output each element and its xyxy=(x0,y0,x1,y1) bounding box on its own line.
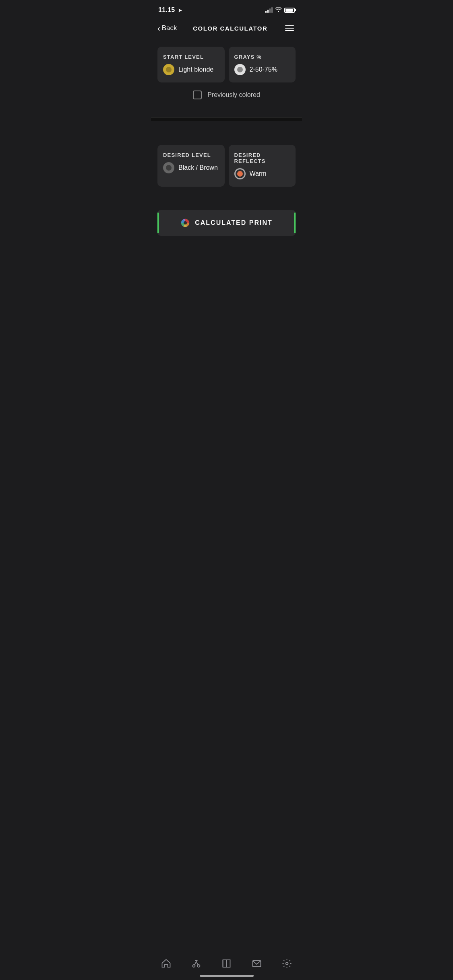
desired-level-dot-inner xyxy=(166,165,172,171)
start-level-card[interactable]: START LEVEL Light blonde xyxy=(157,47,225,82)
desired-reflects-card[interactable]: DESIRED REFLECTS Warm xyxy=(229,145,296,187)
desired-reflects-value-row: Warm xyxy=(234,168,290,179)
grays-dot-inner xyxy=(237,67,243,72)
hamburger-line-1 xyxy=(285,25,294,26)
previously-colored-checkbox[interactable] xyxy=(193,91,202,99)
desired-level-value-row: Black / Brown xyxy=(163,162,219,173)
start-level-dot-inner xyxy=(166,67,172,72)
hamburger-line-2 xyxy=(285,28,294,29)
grays-card[interactable]: GRAYS % 2-50-75% xyxy=(229,47,296,82)
start-cards-row: START LEVEL Light blonde GRAYS % 2-50-75… xyxy=(157,47,296,82)
grays-value: 2-50-75% xyxy=(250,66,277,73)
desired-level-card[interactable]: DESIRED LEVEL Black / Brown xyxy=(157,145,225,187)
desired-cards-row: DESIRED LEVEL Black / Brown DESIRED REFL… xyxy=(157,145,296,187)
start-level-title: START LEVEL xyxy=(163,54,219,60)
desired-reflects-dot-fill xyxy=(237,171,243,177)
menu-button[interactable] xyxy=(283,24,296,33)
desired-reflects-dot xyxy=(234,168,246,179)
grays-value-row: 2-50-75% xyxy=(234,64,290,75)
status-time: 11.15 ➤ xyxy=(158,6,182,14)
desired-reflects-value: Warm xyxy=(250,170,267,177)
back-chevron-icon: ‹ xyxy=(157,24,160,33)
start-level-value-row: Light blonde xyxy=(163,64,219,75)
desired-level-title: DESIRED LEVEL xyxy=(163,152,219,158)
status-bar: 11.15 ➤ xyxy=(151,0,302,18)
start-level-value: Light blonde xyxy=(178,66,213,73)
desired-level-value: Black / Brown xyxy=(178,164,218,171)
start-level-section: START LEVEL Light blonde GRAYS % 2-50-75… xyxy=(151,39,302,117)
status-icons xyxy=(265,7,295,13)
start-level-dot xyxy=(163,64,174,75)
color-wheel-icon xyxy=(180,218,190,228)
previously-colored-row: Previously colored xyxy=(157,82,296,109)
nav-bar: ‹ Back COLOR CALCULATOR xyxy=(151,18,302,39)
back-label: Back xyxy=(162,24,177,32)
previously-colored-label: Previously colored xyxy=(207,91,260,99)
desired-reflects-title: DESIRED REFLECTS xyxy=(234,152,290,164)
grays-title: GRAYS % xyxy=(234,54,290,60)
calculated-print-label: CALCULATED PRINT xyxy=(195,219,273,226)
grays-dot xyxy=(234,64,246,75)
signal-bars-icon xyxy=(265,7,273,13)
hamburger-line-3 xyxy=(285,30,294,31)
back-button[interactable]: ‹ Back xyxy=(157,24,177,33)
dark-divider xyxy=(151,117,302,121)
desired-section: DESIRED LEVEL Black / Brown DESIRED REFL… xyxy=(151,121,302,195)
battery-icon xyxy=(284,8,295,13)
calculated-print-button[interactable]: CALCULATED PRINT xyxy=(157,210,296,236)
page-title: COLOR CALCULATOR xyxy=(177,25,283,32)
desired-level-dot xyxy=(163,162,174,173)
calculated-print-wrapper: CALCULATED PRINT xyxy=(151,207,302,239)
wifi-icon xyxy=(275,7,282,13)
svg-point-1 xyxy=(184,221,187,224)
